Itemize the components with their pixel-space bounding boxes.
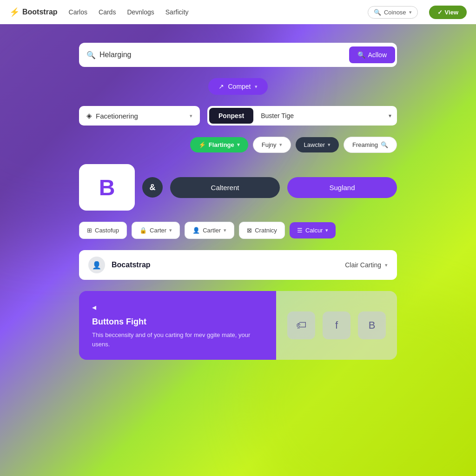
sugland-button[interactable]: Sugland — [287, 177, 397, 198]
nav-link-devnlogs[interactable]: Devnlogs — [127, 8, 154, 16]
flartinge-chevron: ▾ — [237, 142, 240, 148]
freaming-search-icon: 🔍 — [381, 141, 388, 148]
search-mini-icon: 🔍 — [374, 9, 381, 16]
brand[interactable]: ⚡ Bootstrap — [9, 7, 58, 17]
card-row: ◂ Buttons Fight This beccensity and of y… — [79, 291, 397, 360]
cratnicy-icon: ⊠ — [247, 227, 252, 234]
compet-chevron: ▾ — [255, 84, 258, 90]
brand-icon: ⚡ — [9, 7, 20, 17]
flartinge-label: Flartinge — [209, 141, 234, 148]
filter-btn-flartinge[interactable]: ⚡ Flartinge ▾ — [190, 137, 248, 152]
profile-dropdown[interactable]: Clair Carting ▾ — [345, 261, 388, 269]
icon-btn-carter[interactable]: 🔒 Carter ▾ — [132, 222, 180, 239]
dropdown-left-icon: ◈ — [86, 112, 92, 120]
flartinge-icon: ⚡ — [198, 141, 206, 148]
castofup-icon: ⊞ — [87, 227, 92, 234]
card-nav-icon: ◂ — [92, 302, 263, 312]
card-purple: ◂ Buttons Fight This beccensity and of y… — [79, 291, 276, 360]
middle-row: B & Calterent Sugland — [79, 164, 397, 211]
navbar-search-chevron: ▾ — [409, 9, 412, 15]
cartler-chevron: ▾ — [224, 227, 226, 233]
profile-dropdown-chevron: ▾ — [385, 262, 388, 268]
calcur-chevron: ▾ — [325, 227, 328, 233]
card-light: 🏷 f B — [276, 291, 397, 360]
icon-btn-cratnicy[interactable]: ⊠ Cratnicy — [239, 222, 285, 239]
search-input[interactable] — [99, 51, 345, 59]
profile-dropdown-text: Clair Carting — [345, 261, 381, 269]
navbar-search-label: Coinose — [384, 9, 406, 16]
search-action-label: Acllow — [368, 51, 387, 59]
freaming-label: Freaming — [352, 141, 378, 148]
search-bar: 🔍 🔍 Acllow — [79, 43, 397, 67]
profile-row: 👤 Bocatstrap Clair Carting ▾ — [79, 250, 397, 280]
calcur-label: Calcur — [305, 227, 323, 234]
right-dropdown-active-tab[interactable]: Ponpest — [209, 108, 253, 124]
fujny-label: Fujny — [262, 141, 277, 148]
social-btn-facebook[interactable]: f — [323, 311, 350, 339]
b-icon-label: B — [99, 175, 115, 200]
avatar-icon: 👤 — [92, 261, 101, 270]
right-dropdown-chevron[interactable]: ▾ — [385, 109, 395, 123]
view-button-label: View — [445, 9, 458, 16]
carter-label: Carter — [150, 227, 166, 234]
dropdown-left-label: Facetionering — [96, 112, 138, 120]
b-icon-box: B — [79, 164, 135, 211]
navbar: ⚡ Bootstrap Carlos Cards Devnlogs Sarfic… — [0, 0, 476, 24]
dropdown-left-chevron: ▾ — [190, 113, 192, 119]
lawcter-label: Lawcter — [304, 141, 325, 148]
ampersand-symbol: & — [150, 183, 156, 192]
search-action-button[interactable]: 🔍 Acllow — [349, 46, 395, 63]
cratnicy-label: Cratnicy — [255, 227, 277, 234]
card-title: Buttons Fight — [92, 317, 263, 327]
nav-link-sarficity[interactable]: Sarficity — [165, 8, 189, 16]
check-icon: ✓ — [437, 9, 443, 16]
filter-btn-fujny[interactable]: Fujny ▾ — [253, 137, 291, 153]
profile-name: Bocatstrap — [112, 261, 338, 269]
compet-button[interactable]: ↗ Compet ▾ — [208, 78, 267, 95]
dropdowns-row: ◈ Facetionering ▾ Ponpest Buster Tige ▾ — [79, 106, 397, 126]
right-dropdown-text[interactable]: Buster Tige — [255, 108, 383, 124]
icon-btn-calcur[interactable]: ☰ Calcur ▾ — [290, 222, 336, 238]
left-dropdown[interactable]: ◈ Facetionering ▾ — [79, 106, 200, 126]
main-content: 🔍 🔍 Acllow ↗ Compet ▾ ◈ Facetionering ▾ … — [0, 24, 476, 360]
icon-buttons-row: ⊞ Castofup 🔒 Carter ▾ 👤 Cartler ▾ ⊠ Crat… — [79, 222, 397, 239]
nav-link-cards[interactable]: Cards — [99, 8, 116, 16]
filter-buttons-row: ⚡ Flartinge ▾ Fujny ▾ Lawcter ▾ Freaming… — [79, 137, 397, 153]
calcur-icon: ☰ — [297, 227, 303, 234]
icon-btn-castofup[interactable]: ⊞ Castofup — [79, 222, 127, 239]
view-button[interactable]: ✓ View — [429, 6, 467, 19]
brand-name: Bootstrap — [22, 8, 58, 16]
cartler-label: Cartler — [203, 227, 221, 234]
navbar-search-dropdown[interactable]: 🔍 Coinose ▾ — [368, 6, 418, 19]
fujny-chevron: ▾ — [279, 142, 282, 148]
social-btn-bootstrap[interactable]: B — [358, 311, 386, 339]
filter-btn-lawcter[interactable]: Lawcter ▾ — [296, 137, 339, 152]
right-dropdown: Ponpest Buster Tige ▾ — [207, 106, 397, 126]
lawcter-chevron: ▾ — [328, 142, 331, 148]
icon-btn-cartler[interactable]: 👤 Cartler ▾ — [185, 222, 234, 239]
avatar: 👤 — [88, 257, 105, 273]
carter-chevron: ▾ — [169, 227, 172, 233]
ampersand-icon: & — [142, 177, 163, 198]
calterent-button[interactable]: Calterent — [170, 177, 280, 198]
nav-link-carlos[interactable]: Carlos — [69, 8, 87, 16]
castofup-label: Castofup — [95, 227, 119, 234]
social-btn-tag[interactable]: 🏷 — [287, 311, 315, 339]
compet-icon: ↗ — [218, 83, 224, 90]
filter-btn-freaming[interactable]: Freaming 🔍 — [344, 137, 397, 153]
compet-label: Compet — [228, 83, 251, 90]
card-description: This beccensity and of you carting for m… — [92, 331, 263, 349]
search-icon: 🔍 — [86, 51, 96, 60]
carter-lock-icon: 🔒 — [139, 227, 147, 234]
search-action-icon: 🔍 — [357, 51, 365, 59]
cartler-user-icon: 👤 — [192, 227, 200, 234]
